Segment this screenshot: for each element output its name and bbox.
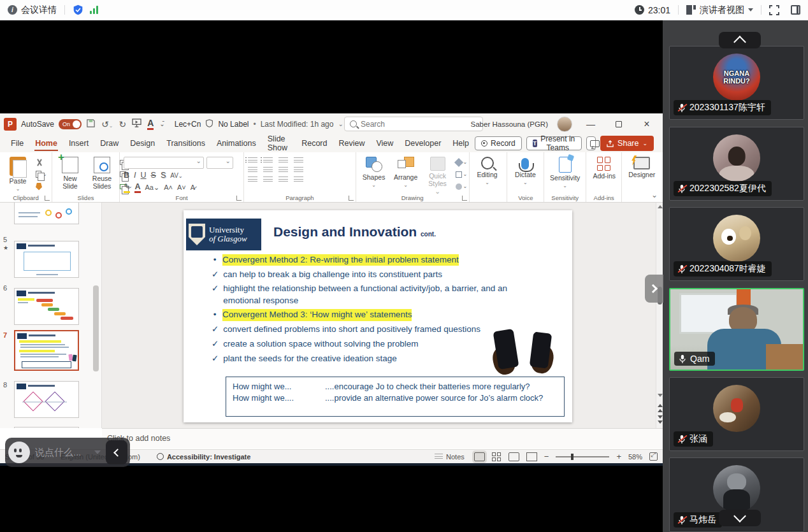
zoom-in-button[interactable]: + xyxy=(616,452,621,461)
font-color-icon[interactable]: A xyxy=(147,118,154,130)
reuse-slides-button[interactable]: Reuse Slides xyxy=(88,155,116,191)
zoom-out-button[interactable]: − xyxy=(544,452,549,461)
increase-indent-button[interactable] xyxy=(263,167,273,174)
comments-button[interactable] xyxy=(586,136,596,150)
emoji-button[interactable] xyxy=(8,442,30,463)
share-button[interactable]: Share ⌄ xyxy=(600,136,654,151)
tab-view[interactable]: View xyxy=(370,136,399,151)
cut-button[interactable] xyxy=(36,157,48,167)
shape-effects-button[interactable]: ⌄ xyxy=(456,182,468,191)
tab-insert[interactable]: Insert xyxy=(63,136,94,151)
redo-icon[interactable]: ↻ xyxy=(119,119,126,129)
next-slide-button[interactable] xyxy=(658,415,663,419)
dictate-button[interactable]: Dictate⌄ xyxy=(511,155,539,187)
last-modified[interactable]: Last Modified: 1h ago xyxy=(261,120,334,129)
shape-outline-button[interactable]: ⌄ xyxy=(456,169,468,179)
tab-file[interactable]: File xyxy=(5,136,29,151)
text-direction-button[interactable] xyxy=(294,157,303,164)
notes-toggle-button[interactable]: Notes xyxy=(435,453,465,461)
undo-icon[interactable]: ↺⌄ xyxy=(101,119,113,129)
align-text-button[interactable] xyxy=(294,167,303,174)
bold-button[interactable]: B xyxy=(124,171,129,180)
shrink-font-button[interactable]: A˅ xyxy=(177,183,186,191)
sensitivity-shield-icon[interactable] xyxy=(205,119,213,129)
tab-transitions[interactable]: Transitions xyxy=(161,136,211,151)
new-slide-button[interactable]: New Slide xyxy=(56,155,84,191)
view-mode-dropdown[interactable]: 演讲者视图 xyxy=(686,4,753,16)
tab-draw[interactable]: Draw xyxy=(94,136,124,151)
drawing-dialog-launcher[interactable] xyxy=(462,196,467,201)
slide-thumbnail[interactable] xyxy=(14,427,79,428)
participant-tile[interactable]: 张涵 xyxy=(669,377,804,451)
tab-record[interactable]: Record xyxy=(296,136,333,151)
restore-button[interactable] xyxy=(609,119,628,129)
present-in-teams-button[interactable]: T Present in Teams xyxy=(526,136,582,150)
underline-button[interactable]: U xyxy=(141,171,147,180)
shapes-button[interactable]: Shapes⌄ xyxy=(360,155,388,189)
side-panel-toggle-button[interactable] xyxy=(791,5,800,15)
participant-tile[interactable]: 2022304087时睿婕 xyxy=(669,207,804,281)
slide-thumbnail-selected[interactable] xyxy=(14,330,79,371)
slide-thumbnail[interactable] xyxy=(14,241,79,278)
zoom-level[interactable]: 58% xyxy=(628,453,642,461)
slide-thumbnail[interactable] xyxy=(14,288,79,325)
arrange-button[interactable]: Arrange⌄ xyxy=(392,155,420,189)
chat-expand-caret[interactable] xyxy=(94,450,101,454)
chat-collapse-button[interactable] xyxy=(106,440,127,464)
align-right-button[interactable] xyxy=(278,176,288,183)
text-shadow-button[interactable]: S xyxy=(161,171,166,180)
autosave-toggle[interactable]: On xyxy=(59,119,82,129)
font-color-button[interactable]: A xyxy=(134,182,140,193)
sensitivity-button[interactable]: Sensitivity⌄ xyxy=(548,155,582,190)
reading-view-button[interactable] xyxy=(509,452,519,461)
font-name-select[interactable] xyxy=(124,157,204,169)
shape-fill-button[interactable]: ⌄ xyxy=(456,157,468,167)
minimize-button[interactable]: — xyxy=(581,119,600,129)
tab-home[interactable]: Home xyxy=(29,136,63,151)
account-avatar[interactable] xyxy=(557,117,572,132)
slide-thumbnail[interactable] xyxy=(14,381,79,418)
line-spacing-button[interactable] xyxy=(278,157,288,164)
paragraph-dialog-launcher[interactable] xyxy=(349,196,354,201)
change-case-button[interactable]: Aa⌄ xyxy=(145,183,160,192)
fullscreen-button[interactable] xyxy=(769,5,779,15)
slide-thumbnail[interactable] xyxy=(14,203,79,224)
columns-button[interactable] xyxy=(278,167,288,174)
collapse-ribbon-icon[interactable]: ⌄ xyxy=(651,191,658,199)
tab-design[interactable]: Design xyxy=(124,136,161,151)
tab-review[interactable]: Review xyxy=(333,136,370,151)
quick-styles-button[interactable]: QuickStyles ⌄ xyxy=(424,155,452,196)
font-size-select[interactable] xyxy=(206,157,233,169)
account-name[interactable]: Saber Hassouna (PGR) xyxy=(471,120,548,128)
designer-button[interactable]: Designer xyxy=(626,155,658,180)
network-signal-icon[interactable] xyxy=(90,6,98,14)
format-painter-button[interactable] xyxy=(36,182,48,191)
slideshow-view-button[interactable] xyxy=(526,452,537,461)
start-slideshow-icon[interactable] xyxy=(132,119,141,129)
panel-collapse-tab[interactable] xyxy=(645,275,663,303)
thumbnail-scrollbar[interactable] xyxy=(93,285,99,371)
align-center-button[interactable] xyxy=(263,176,273,183)
tab-help[interactable]: Help xyxy=(447,136,475,151)
tab-developer[interactable]: Developer xyxy=(399,136,447,151)
normal-view-button[interactable] xyxy=(474,452,485,461)
slide-canvas[interactable]: University of Glasgow Design and Innovat… xyxy=(102,203,663,428)
align-left-button[interactable] xyxy=(248,176,257,183)
zoom-slider[interactable] xyxy=(556,456,609,457)
bullets-button[interactable] xyxy=(248,157,257,164)
italic-button[interactable]: I xyxy=(134,171,136,180)
grow-font-button[interactable]: A˄ xyxy=(164,183,173,191)
search-box[interactable] xyxy=(344,117,483,131)
decrease-indent-button[interactable] xyxy=(248,167,257,174)
slide-scrollbar[interactable] xyxy=(656,203,663,428)
close-button[interactable]: × xyxy=(637,119,656,130)
addins-button[interactable]: Add-ins xyxy=(590,155,618,181)
copy-button[interactable]: ⌄ xyxy=(36,169,48,179)
customize-qat-icon[interactable]: ⌄̄ xyxy=(159,120,164,127)
meeting-details-button[interactable]: i 会议详情 xyxy=(8,4,57,16)
tab-animations[interactable]: Animations xyxy=(211,136,262,151)
numbering-button[interactable] xyxy=(263,157,273,164)
justify-button[interactable] xyxy=(294,176,303,183)
record-button[interactable]: Record xyxy=(475,136,522,150)
participant-tile[interactable]: 2022302582夏伊代 xyxy=(669,127,804,201)
